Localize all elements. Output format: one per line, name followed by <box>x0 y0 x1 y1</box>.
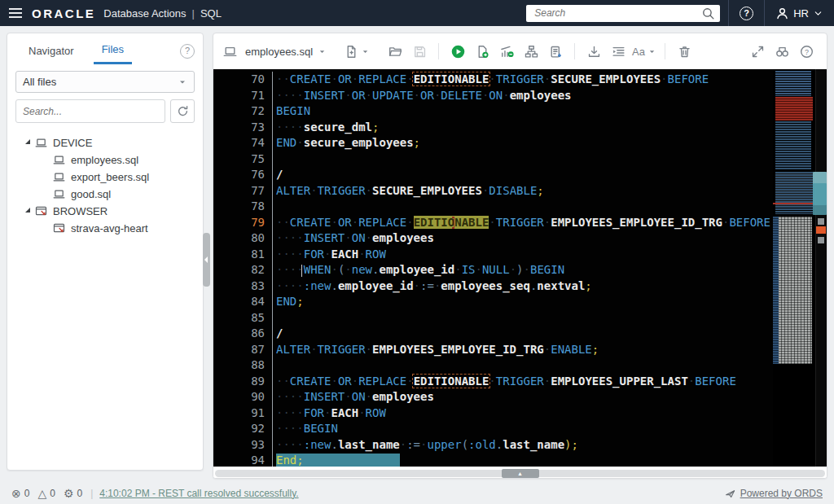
horizontal-scrollbar[interactable]: ▲ <box>213 468 827 479</box>
format-button[interactable] <box>608 41 629 62</box>
collapse-triangle-icon[interactable] <box>25 139 30 144</box>
file-filter-select[interactable]: All files <box>15 71 195 93</box>
tree-item[interactable]: strava-avg-heart <box>7 220 203 236</box>
line-number: 75 <box>213 151 272 168</box>
tree-item[interactable]: good.sql <box>7 186 203 202</box>
tab-navigator[interactable]: Navigator <box>20 40 82 64</box>
code-line[interactable]: 72BEGIN <box>213 103 827 120</box>
line-content <box>272 357 773 374</box>
bottom-panel-expand-handle[interactable]: ▲ <box>502 469 539 478</box>
run-script-button[interactable] <box>472 41 493 62</box>
tree-item-label: strava-avg-heart <box>71 222 148 234</box>
text-size-label: Aa <box>632 46 645 58</box>
tree-item-label: good.sql <box>71 188 111 200</box>
global-search[interactable] <box>526 5 720 22</box>
code-line[interactable]: 79··CREATE·OR·REPLACE·EDITIONABLE·TRIGGE… <box>213 215 827 231</box>
save-file-button[interactable] <box>409 41 430 62</box>
code-line[interactable]: 89··CREATE·OR·REPLACE·EDITIONABLE·TRIGGE… <box>213 374 827 390</box>
hamburger-menu-icon[interactable] <box>9 8 22 18</box>
search-icon[interactable] <box>701 7 715 20</box>
collapse-triangle-icon[interactable] <box>25 208 30 213</box>
code-line[interactable]: 80····INSERT·ON·employees <box>213 230 827 247</box>
oracle-logo: ORACLE <box>32 7 95 20</box>
tree-item[interactable]: employees.sql <box>7 151 203 168</box>
user-menu-button[interactable]: HR <box>765 0 834 26</box>
line-content: / <box>272 326 773 342</box>
tree-item[interactable]: export_beers.sql <box>7 169 203 185</box>
line-number: 91 <box>213 405 272 422</box>
powered-by-link[interactable]: Powered by ORDS <box>740 488 823 499</box>
code-line[interactable]: 88 <box>213 357 827 374</box>
code-line[interactable]: 74END·secure_employees; <box>213 135 827 151</box>
product-name: Database Actions <box>103 7 186 20</box>
open-folder-icon <box>388 45 402 59</box>
run-statement-button[interactable] <box>447 41 468 62</box>
line-number: 80 <box>213 230 272 247</box>
tab-files[interactable]: Files <box>94 38 132 64</box>
text-size-button[interactable]: Aa <box>632 41 656 62</box>
panel-help-icon[interactable]: ? <box>180 44 195 59</box>
code-line[interactable]: 71····INSERT·OR·UPDATE·OR·DELETE·ON·empl… <box>213 88 827 104</box>
line-content: End; <box>272 453 773 467</box>
open-file-button[interactable] <box>384 41 406 62</box>
code-line[interactable]: 94End; <box>213 453 827 467</box>
code-line[interactable]: 76/ <box>213 167 827 183</box>
minimap[interactable] <box>773 69 815 467</box>
code-line[interactable]: 84END; <box>213 294 827 310</box>
code-line[interactable]: 81····FOR·EACH·ROW <box>213 247 827 263</box>
new-file-button[interactable] <box>345 41 370 62</box>
maximize-button[interactable] <box>747 41 768 62</box>
code-line[interactable]: 83····:new.employee_id·:=·employees_seq.… <box>213 278 827 295</box>
panel-collapse-handle[interactable] <box>203 233 210 287</box>
code-line[interactable]: 82····WHEN·(·new.employee_id·IS·NULL·)·B… <box>213 262 827 278</box>
download-button[interactable] <box>583 41 604 62</box>
editor-help-button[interactable]: ? <box>796 41 817 62</box>
global-search-input[interactable] <box>534 7 701 19</box>
code-lines[interactable]: 70··CREATE·OR·REPLACE·EDITIONABLE·TRIGGE… <box>213 69 827 467</box>
code-line[interactable]: 87ALTER·TRIGGER·EMPLOYEES_EMPLOYEE_ID_TR… <box>213 342 827 358</box>
line-content: ····INSERT·ON·employees <box>272 389 773 405</box>
chevron-down-icon[interactable] <box>318 47 327 56</box>
autotrace-icon <box>500 45 514 59</box>
explain-plan-icon <box>525 45 538 59</box>
code-line[interactable]: 75 <box>213 151 827 168</box>
line-number: 84 <box>213 294 272 310</box>
download-icon <box>587 45 601 59</box>
warnings-icon[interactable]: △ <box>37 487 46 500</box>
worksheet-name[interactable]: employees.sql <box>245 46 313 58</box>
tree-node[interactable]: DEVICE <box>7 134 203 151</box>
code-editor[interactable]: 70··CREATE·OR·REPLACE·EDITIONABLE·TRIGGE… <box>213 69 827 467</box>
code-line[interactable]: 77ALTER·TRIGGER·SECURE_EMPLOYEES·DISABLE… <box>213 183 827 199</box>
info-gear-icon[interactable]: ⚙ <box>64 487 74 500</box>
line-content: ··CREATE·OR·REPLACE·EDITIONABLE·TRIGGER·… <box>272 215 773 231</box>
code-line[interactable]: 85 <box>213 310 827 327</box>
tree-node[interactable]: BROWSER <box>7 203 203 219</box>
code-line[interactable]: 91····FOR·EACH·ROW <box>213 405 827 422</box>
code-line[interactable]: 90····INSERT·ON·employees <box>213 389 827 405</box>
code-line[interactable]: 70··CREATE·OR·REPLACE·EDITIONABLE·TRIGGE… <box>213 72 827 88</box>
help-icon: ? <box>740 7 753 20</box>
status-message-link[interactable]: 4:10:02 PM - REST call resolved successf… <box>99 488 298 499</box>
device-icon <box>35 137 47 149</box>
autotrace-button[interactable] <box>496 41 517 62</box>
errors-icon[interactable]: ⊗ <box>11 487 21 500</box>
line-number: 81 <box>213 247 272 263</box>
files-panel: Navigator Files ? All files DEVICEemploy… <box>7 33 204 471</box>
find-button[interactable] <box>771 41 792 62</box>
file-search-input[interactable] <box>15 99 165 123</box>
code-line[interactable]: 93····:new.last_name·:=·upper(:old.last_… <box>213 437 827 454</box>
code-line[interactable]: 86/ <box>213 326 827 342</box>
explain-plan-button[interactable] <box>520 41 542 62</box>
tree-node-label: DEVICE <box>53 137 92 149</box>
minimap-viewport[interactable] <box>813 172 827 215</box>
rocket-icon <box>725 488 736 499</box>
help-menu-button[interactable]: ? <box>729 0 764 26</box>
clear-button[interactable] <box>674 41 695 62</box>
refresh-button[interactable] <box>170 99 195 123</box>
code-line[interactable]: 92····BEGIN <box>213 421 827 437</box>
info-count: 0 <box>77 488 82 499</box>
sql-history-button[interactable] <box>545 41 566 62</box>
code-line[interactable]: 73····secure_dml; <box>213 120 827 136</box>
code-line[interactable]: 78 <box>213 199 827 215</box>
user-icon <box>775 7 789 20</box>
